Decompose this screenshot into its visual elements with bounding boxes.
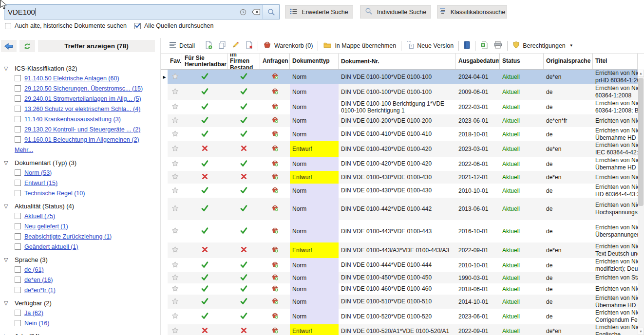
- anfragen-cell[interactable]: [260, 220, 290, 242]
- basket-add-icon[interactable]: [271, 227, 279, 236]
- all-sources-checkbox[interactable]: [134, 23, 141, 29]
- facet-item[interactable]: Norm (53): [15, 168, 160, 178]
- basket-add-icon[interactable]: [271, 116, 279, 125]
- facet-link[interactable]: 91.140.50 Elektrische Anlagen (60): [24, 75, 119, 82]
- facet-checkbox[interactable]: [15, 287, 21, 293]
- basket-add-icon[interactable]: [271, 261, 279, 270]
- table-row[interactable]: EntwurfDIN VDE 0100-520/A1*VDE 0100-520/…: [161, 324, 638, 335]
- facet-checkbox[interactable]: [15, 243, 21, 250]
- facet-link[interactable]: 29.130.20 Kontroll- und Steuergeräte ...…: [24, 126, 140, 133]
- facet-checkbox[interactable]: [15, 136, 21, 143]
- scroll-up-button[interactable]: ▲: [638, 70, 644, 77]
- vertical-scrollbar[interactable]: ▲ ▼: [638, 70, 644, 335]
- table-row[interactable]: NormDIN VDE 0100-100 Berichtigung 1*VDE …: [161, 100, 638, 114]
- facet-item[interactable]: Ja (62): [15, 308, 160, 318]
- favorite-star-icon[interactable]: [171, 327, 179, 335]
- basket-add-icon[interactable]: [271, 274, 279, 282]
- new-document-button[interactable]: [202, 39, 215, 52]
- basket-add-icon[interactable]: [271, 205, 279, 213]
- anfragen-cell[interactable]: [260, 258, 290, 272]
- detail-button[interactable]: Detail: [166, 40, 198, 51]
- favorite-star-icon[interactable]: [171, 298, 179, 306]
- favorite-cell[interactable]: [168, 198, 182, 220]
- facet-checkbox[interactable]: [15, 169, 21, 176]
- column-header[interactable]: Für Sie Herunterladbar: [182, 54, 227, 69]
- anfragen-cell[interactable]: [260, 184, 290, 198]
- favorite-star-icon[interactable]: [171, 227, 179, 236]
- anfragen-cell[interactable]: [260, 272, 290, 283]
- facet-link[interactable]: 29.240.01 Stromverteilanlagen im Allg...…: [24, 95, 141, 102]
- show-results-button[interactable]: Treffer anzeigen (78): [38, 40, 155, 52]
- facet-link[interactable]: Geändert aktuell (1): [24, 243, 78, 250]
- facet-link[interactable]: Beabsichtigte Zurückziehung (1): [24, 233, 112, 240]
- basket-add-icon[interactable]: [271, 160, 279, 168]
- favorite-star-icon[interactable]: [171, 73, 179, 81]
- facet-item[interactable]: 13.260 Schutz vor elektrischem Schla... …: [15, 104, 160, 114]
- facet-item[interactable]: 29.240.01 Stromverteilanlagen im Allg...…: [15, 93, 160, 104]
- column-header[interactable]: Titel: [593, 54, 638, 69]
- column-header[interactable]: Ausgabedatum: [456, 54, 500, 69]
- facet-link[interactable]: 11.140 Krankenhausausstattung (3): [24, 116, 121, 123]
- facet-item[interactable]: Beabsichtigte Zurückziehung (1): [15, 231, 160, 242]
- facet-link[interactable]: Norm (53): [24, 169, 52, 176]
- scroll-down-button[interactable]: ▼: [638, 328, 644, 335]
- collapse-triangle-icon[interactable]: ▽: [4, 203, 15, 209]
- favorite-star-icon[interactable]: [171, 88, 179, 96]
- table-row[interactable]: NormDIN VDE 0100-100*VDE 0100-1002009-06…: [161, 84, 638, 100]
- favorite-star-icon[interactable]: [171, 261, 179, 270]
- anfragen-cell[interactable]: [260, 127, 290, 141]
- facet-link[interactable]: Neu geliefert (1): [24, 223, 68, 230]
- facet-item[interactable]: 91.160.01 Beleuchtung im Allgemeinen (2): [15, 134, 160, 145]
- warenkorb-button[interactable]: Warenkorb (0): [260, 39, 316, 52]
- anfragen-cell[interactable]: [260, 295, 290, 309]
- collapse-triangle-icon[interactable]: ▽: [4, 65, 15, 72]
- favorite-star-icon[interactable]: [171, 285, 179, 294]
- facet-link[interactable]: Ja (62): [24, 310, 43, 316]
- favorite-cell[interactable]: [168, 141, 182, 157]
- anfragen-cell[interactable]: [260, 157, 290, 171]
- facet-section-header[interactable]: ▽Aktualität (Status) (4): [4, 201, 160, 211]
- favorite-star-icon[interactable]: [171, 173, 179, 182]
- column-header[interactable]: Anfragen: [260, 54, 290, 69]
- facet-checkbox[interactable]: [15, 85, 21, 92]
- edit-button[interactable]: [229, 39, 243, 52]
- facet-item[interactable]: 29.130.20 Kontroll- und Steuergeräte ...…: [15, 124, 160, 134]
- favorite-star-icon[interactable]: [171, 205, 179, 213]
- excel-export-button[interactable]: [477, 39, 491, 52]
- facet-item[interactable]: Nein (16): [15, 318, 160, 328]
- facet-checkbox[interactable]: [15, 75, 21, 81]
- favorite-cell[interactable]: [168, 100, 182, 114]
- back-button[interactable]: [1, 40, 17, 52]
- favorite-star-icon[interactable]: [171, 274, 179, 282]
- favorite-cell[interactable]: [168, 258, 182, 272]
- facet-item[interactable]: Neu geliefert (1): [15, 221, 160, 231]
- facet-link[interactable]: Aktuell (75): [24, 213, 55, 220]
- neue-version-button[interactable]: Neue Version: [403, 39, 456, 52]
- table-row[interactable]: NormDIN VDE 0100-443*VDE 0100-4432016-10…: [161, 220, 638, 242]
- facet-link[interactable]: de*en*fr (1): [24, 287, 56, 294]
- facet-link[interactable]: de (61): [24, 266, 44, 273]
- facet-checkbox[interactable]: [15, 180, 21, 186]
- anfragen-cell[interactable]: [260, 198, 290, 220]
- table-row[interactable]: NormDIN VDE 0100-442*VDE 0100-4422013-06…: [161, 198, 638, 220]
- basket-add-icon[interactable]: [271, 173, 279, 182]
- collapse-triangle-icon[interactable]: ▽: [4, 257, 15, 263]
- book-button[interactable]: [461, 39, 473, 52]
- favorite-cell[interactable]: [168, 70, 182, 84]
- erweiterte-suche-button[interactable]: Erweiterte Suche: [285, 5, 353, 19]
- basket-add-icon[interactable]: [271, 298, 279, 306]
- column-header[interactable]: Status: [500, 54, 544, 69]
- table-row[interactable]: EntwurfDIN VDE 0100-443/A3*VDE 0100-443/…: [161, 242, 638, 258]
- facet-checkbox[interactable]: [15, 190, 21, 196]
- anfragen-cell[interactable]: [260, 171, 290, 184]
- facet-section-header[interactable]: ▽Verfügbar (2): [4, 298, 160, 308]
- facet-link[interactable]: Nein (16): [24, 320, 49, 327]
- favorite-cell[interactable]: [168, 272, 182, 283]
- facet-item[interactable]: 91.140.50 Elektrische Anlagen (60): [15, 73, 160, 83]
- column-header[interactable]: Originalsprache: [544, 54, 593, 69]
- copy-document-button[interactable]: [215, 39, 229, 52]
- anfragen-cell[interactable]: [260, 283, 290, 295]
- table-row[interactable]: NormDIN VDE 0100-450*VDE 0100-4501990-03…: [161, 272, 638, 283]
- favorite-cell[interactable]: [168, 184, 182, 198]
- facet-item[interactable]: de*en*fr (1): [15, 285, 160, 295]
